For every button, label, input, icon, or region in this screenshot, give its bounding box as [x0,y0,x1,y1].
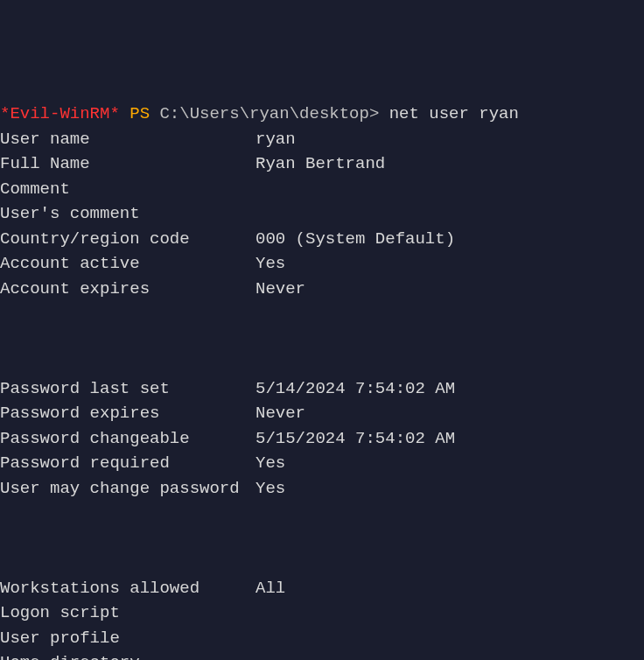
info-label: Country/region code [0,227,256,252]
info-value: 5/14/2024 7:54:02 AM [256,376,455,402]
info-value: Yes [256,476,285,502]
info-value: 000 (System Default) [256,227,455,252]
prompt-line: *Evil-WinRM* PS C:\Users\ryan\desktop> n… [0,104,519,123]
prompt-ps: PS [130,104,150,123]
info-row: User nameryan [0,127,644,152]
info-block-1: User nameryanFull NameRyan BertrandComme… [0,127,644,302]
info-label: User name [0,127,256,152]
blank-line [0,326,644,352]
info-row: Home directory [0,650,644,660]
command-text: net user ryan [389,104,519,123]
prompt-prefix: *Evil-WinRM* [0,104,120,123]
info-label: Password required [0,451,256,476]
info-value: Never [256,277,305,302]
info-label: Full Name [0,151,256,177]
info-value: Yes [256,451,285,476]
info-label: User may change password [0,476,256,502]
info-block-2: Password last set5/14/2024 7:54:02 AMPas… [0,376,644,502]
info-label: Account active [0,251,256,277]
info-value: Never [256,401,305,426]
info-row: User profile [0,626,644,651]
info-row: Password changeable5/15/2024 7:54:02 AM [0,426,644,452]
info-row: User may change passwordYes [0,476,644,502]
info-value: Ryan Bertrand [256,151,385,177]
info-row: Account expiresNever [0,277,644,302]
info-row: Comment [0,177,644,202]
info-label: Password last set [0,376,256,402]
info-label: Password changeable [0,426,256,452]
info-row: Country/region code000 (System Default) [0,227,644,252]
info-label: Workstations allowed [0,576,256,601]
info-row: Password last set5/14/2024 7:54:02 AM [0,376,644,402]
info-label: Logon script [0,600,256,626]
info-value: Yes [256,251,285,277]
blank-line [0,526,644,551]
info-label: Comment [0,177,256,202]
info-row: Logon script [0,600,644,626]
info-row: Password expiresNever [0,401,644,426]
info-row: Workstations allowedAll [0,576,644,601]
info-label: User profile [0,626,256,651]
info-row: User's comment [0,201,644,227]
info-row: Password requiredYes [0,451,644,476]
info-value: All [256,576,285,601]
info-value: ryan [256,127,296,152]
info-row: Full NameRyan Bertrand [0,151,644,177]
info-label: Account expires [0,277,256,302]
info-label: Home directory [0,650,256,660]
info-label: Password expires [0,401,256,426]
info-row: Account activeYes [0,251,644,277]
info-label: User's comment [0,201,256,227]
info-value: 5/15/2024 7:54:02 AM [256,426,455,452]
terminal-output[interactable]: *Evil-WinRM* PS C:\Users\ryan\desktop> n… [0,102,644,660]
info-block-3: Workstations allowedAllLogon scriptUser … [0,576,644,661]
prompt-path: C:\Users\ryan\desktop> [159,104,379,123]
